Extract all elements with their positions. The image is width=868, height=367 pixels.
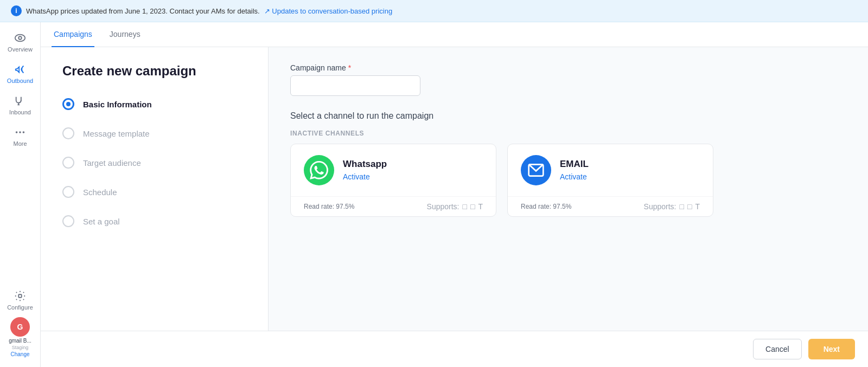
whatsapp-read-rate: Read rate: 97.5% [304, 203, 354, 210]
sidebar-label-overview: Overview [8, 46, 33, 53]
email-text-support-icon: □ [680, 202, 684, 211]
channel-section: Select a channel to run the campaign INA… [290, 111, 846, 217]
text-support-icon: □ [463, 202, 467, 211]
step-circle-target-audience [62, 157, 74, 169]
step-label-set-goal: Set a goal [83, 217, 120, 226]
step-target-audience: Target audience [62, 157, 246, 169]
email-info: EMAIL Activate [560, 159, 589, 182]
step-circle-schedule [62, 186, 74, 198]
channels-grid: Whatsapp Activate Read rate: 97.5% Suppo… [290, 144, 846, 217]
email-image-support-icon: □ [687, 202, 692, 211]
required-indicator: * [348, 63, 351, 72]
next-button[interactable]: Next [808, 339, 855, 359]
email-icon [521, 155, 551, 185]
step-message-template: Message template [62, 127, 246, 139]
email-supports: Supports: □ □ T [644, 202, 700, 211]
step-schedule: Schedule [62, 186, 246, 198]
whatsapp-name: Whatsapp [343, 159, 387, 170]
sidebar-label-inbound: Inbound [9, 109, 31, 115]
supports-label: Supports: [427, 202, 459, 211]
steps-panel: Create new campaign Basic Information Me… [41, 47, 269, 331]
cancel-button[interactable]: Cancel [753, 339, 802, 359]
whatsapp-icon [304, 155, 334, 185]
notification-text: WhatsApp prices updated from June 1, 202… [26, 7, 260, 15]
sidebar-item-overview[interactable]: Overview [0, 28, 40, 57]
whatsapp-footer: Read rate: 97.5% Supports: □ □ T [291, 196, 496, 216]
tab-campaigns[interactable]: Campaigns [52, 22, 94, 47]
sidebar-item-configure[interactable]: Configure [0, 286, 40, 315]
channel-card-whatsapp[interactable]: Whatsapp Activate Read rate: 97.5% Suppo… [290, 144, 496, 217]
page-title: Create new campaign [62, 63, 246, 79]
email-activate-link[interactable]: Activate [560, 172, 587, 181]
campaign-name-input[interactable] [290, 75, 420, 96]
email-footer: Read rate: 97.5% Supports: □ □ T [508, 196, 713, 216]
channel-card-body-whatsapp: Whatsapp Activate [291, 144, 496, 196]
email-read-rate: Read rate: 97.5% [521, 203, 571, 210]
user-section: G gmail B... Staging Change [9, 317, 31, 362]
sidebar-label-outbound: Outbound [7, 78, 33, 84]
eye-icon [14, 32, 26, 44]
tab-bar: Campaigns Journeys [41, 22, 868, 47]
svg-rect-5 [18, 294, 22, 298]
email-file-support-icon: T [695, 202, 700, 211]
step-circle-set-goal [62, 215, 74, 227]
step-basic-info: Basic Information [62, 98, 246, 110]
inactive-channels-label: INACTIVE CHANNELS [290, 130, 846, 137]
external-link-icon: ↗ [264, 7, 270, 15]
notification-bar: i WhatsApp prices updated from June 1, 2… [0, 0, 868, 22]
step-label-basic-info: Basic Information [83, 100, 152, 109]
step-label-schedule: Schedule [83, 188, 117, 197]
svg-point-4 [23, 131, 25, 133]
staging-label: Staging [12, 345, 29, 350]
form-panel: Campaign name * Select a channel to run … [269, 47, 868, 331]
whatsapp-supports: Supports: □ □ T [427, 202, 483, 211]
gear-icon [14, 290, 26, 302]
svg-point-1 [18, 36, 22, 40]
svg-point-3 [19, 131, 21, 133]
channel-card-email[interactable]: EMAIL Activate Read rate: 97.5% Supports… [507, 144, 713, 217]
main-layout: Overview Outbound Inbound [0, 22, 868, 367]
campaign-name-label: Campaign name * [290, 63, 846, 72]
content-area: Campaigns Journeys Create new campaign B… [41, 22, 868, 367]
channel-card-body-email: EMAIL Activate [508, 144, 713, 196]
info-icon: i [11, 5, 22, 16]
email-name: EMAIL [560, 159, 589, 170]
svg-point-2 [16, 131, 18, 133]
step-label-message-template: Message template [83, 129, 150, 138]
megaphone-icon [14, 63, 26, 75]
avatar: G [10, 317, 30, 337]
image-support-icon: □ [470, 202, 475, 211]
campaign-name-field: Campaign name * [290, 63, 846, 96]
bottom-bar: Cancel Next [41, 331, 868, 367]
sidebar-item-more[interactable]: More [0, 122, 40, 151]
sidebar-item-inbound[interactable]: Inbound [0, 91, 40, 120]
sidebar-item-outbound[interactable]: Outbound [0, 59, 40, 88]
step-label-target-audience: Target audience [83, 158, 141, 168]
whatsapp-info: Whatsapp Activate [343, 159, 387, 182]
step-circle-message-template [62, 127, 74, 139]
change-link[interactable]: Change [10, 351, 29, 357]
svg-point-0 [15, 35, 25, 42]
tab-journeys[interactable]: Journeys [107, 22, 143, 47]
file-support-icon: T [478, 202, 483, 211]
sidebar-label-more: More [13, 140, 27, 147]
email-supports-label: Supports: [644, 202, 676, 211]
step-circle-basic-info [62, 98, 74, 110]
page-content: Create new campaign Basic Information Me… [41, 47, 868, 331]
step-set-goal: Set a goal [62, 215, 246, 227]
notification-link[interactable]: ↗ Updates to conversation-based pricing [264, 7, 392, 15]
channel-section-title: Select a channel to run the campaign [290, 111, 846, 121]
user-name: gmail B... [9, 338, 31, 344]
sidebar-label-configure: Configure [7, 304, 33, 311]
whatsapp-activate-link[interactable]: Activate [343, 172, 370, 181]
dots-icon [14, 126, 26, 138]
sidebar: Overview Outbound Inbound [0, 22, 41, 367]
hook-icon [14, 95, 26, 107]
